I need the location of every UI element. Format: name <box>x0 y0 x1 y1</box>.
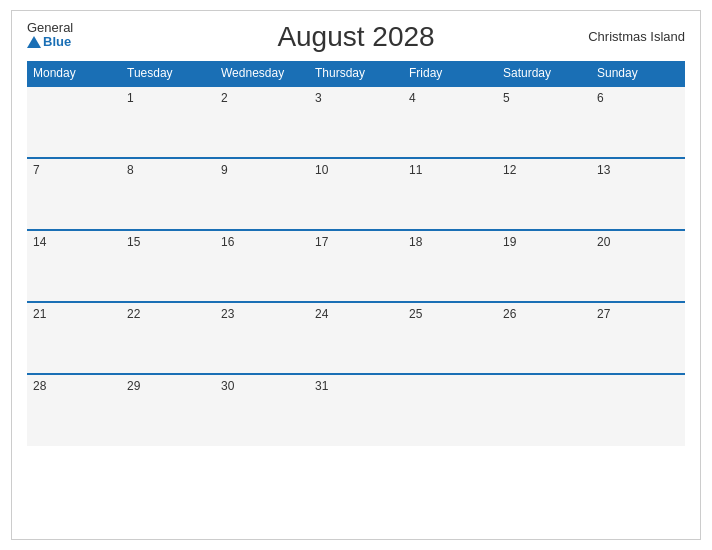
calendar-cell: 23 <box>215 302 309 374</box>
day-number: 4 <box>409 91 416 105</box>
header-monday: Monday <box>27 61 121 86</box>
day-number: 7 <box>33 163 40 177</box>
day-number: 12 <box>503 163 516 177</box>
calendar-cell: 29 <box>121 374 215 446</box>
day-number: 3 <box>315 91 322 105</box>
calendar-week-row: 14151617181920 <box>27 230 685 302</box>
day-number: 20 <box>597 235 610 249</box>
location-label: Christmas Island <box>588 29 685 44</box>
day-number: 6 <box>597 91 604 105</box>
calendar-cell: 13 <box>591 158 685 230</box>
calendar-cell <box>591 374 685 446</box>
calendar-cell: 15 <box>121 230 215 302</box>
calendar-cell: 28 <box>27 374 121 446</box>
header-wednesday: Wednesday <box>215 61 309 86</box>
calendar-week-row: 28293031 <box>27 374 685 446</box>
calendar-cell: 31 <box>309 374 403 446</box>
calendar-grid: Monday Tuesday Wednesday Thursday Friday… <box>27 61 685 446</box>
calendar-cell: 11 <box>403 158 497 230</box>
calendar-header: General Blue August 2028 Christmas Islan… <box>27 21 685 53</box>
day-number: 18 <box>409 235 422 249</box>
day-number: 24 <box>315 307 328 321</box>
calendar-cell: 10 <box>309 158 403 230</box>
logo-blue-text: Blue <box>27 35 73 49</box>
calendar-cell <box>403 374 497 446</box>
day-number: 2 <box>221 91 228 105</box>
calendar-cell: 27 <box>591 302 685 374</box>
calendar-cell: 24 <box>309 302 403 374</box>
calendar-cell: 12 <box>497 158 591 230</box>
day-number: 29 <box>127 379 140 393</box>
day-number: 19 <box>503 235 516 249</box>
day-number: 23 <box>221 307 234 321</box>
day-number: 27 <box>597 307 610 321</box>
calendar-cell: 5 <box>497 86 591 158</box>
calendar-cell: 18 <box>403 230 497 302</box>
day-number: 26 <box>503 307 516 321</box>
header-tuesday: Tuesday <box>121 61 215 86</box>
calendar-cell: 3 <box>309 86 403 158</box>
calendar-cell: 1 <box>121 86 215 158</box>
calendar-cell <box>497 374 591 446</box>
header-saturday: Saturday <box>497 61 591 86</box>
weekday-header-row: Monday Tuesday Wednesday Thursday Friday… <box>27 61 685 86</box>
calendar-cell: 9 <box>215 158 309 230</box>
day-number: 13 <box>597 163 610 177</box>
calendar-cell: 14 <box>27 230 121 302</box>
calendar-cell: 17 <box>309 230 403 302</box>
logo-general-text: General <box>27 21 73 35</box>
day-number: 1 <box>127 91 134 105</box>
header-sunday: Sunday <box>591 61 685 86</box>
day-number: 22 <box>127 307 140 321</box>
calendar-cell <box>27 86 121 158</box>
day-number: 10 <box>315 163 328 177</box>
day-number: 21 <box>33 307 46 321</box>
day-number: 16 <box>221 235 234 249</box>
day-number: 11 <box>409 163 422 177</box>
calendar-cell: 30 <box>215 374 309 446</box>
day-number: 28 <box>33 379 46 393</box>
day-number: 25 <box>409 307 422 321</box>
header-thursday: Thursday <box>309 61 403 86</box>
calendar-cell: 16 <box>215 230 309 302</box>
calendar-cell: 20 <box>591 230 685 302</box>
calendar-cell: 22 <box>121 302 215 374</box>
header-friday: Friday <box>403 61 497 86</box>
day-number: 5 <box>503 91 510 105</box>
day-number: 31 <box>315 379 328 393</box>
calendar-cell: 7 <box>27 158 121 230</box>
calendar-container: General Blue August 2028 Christmas Islan… <box>11 10 701 540</box>
calendar-cell: 21 <box>27 302 121 374</box>
calendar-cell: 6 <box>591 86 685 158</box>
day-number: 17 <box>315 235 328 249</box>
day-number: 30 <box>221 379 234 393</box>
day-number: 8 <box>127 163 134 177</box>
calendar-cell: 4 <box>403 86 497 158</box>
day-number: 15 <box>127 235 140 249</box>
calendar-title: August 2028 <box>277 21 434 53</box>
calendar-cell: 25 <box>403 302 497 374</box>
logo-triangle-icon <box>27 36 41 48</box>
calendar-cell: 19 <box>497 230 591 302</box>
calendar-week-row: 123456 <box>27 86 685 158</box>
calendar-cell: 8 <box>121 158 215 230</box>
calendar-cell: 26 <box>497 302 591 374</box>
calendar-week-row: 78910111213 <box>27 158 685 230</box>
day-number: 14 <box>33 235 46 249</box>
day-number: 9 <box>221 163 228 177</box>
logo: General Blue <box>27 21 73 50</box>
calendar-cell: 2 <box>215 86 309 158</box>
calendar-week-row: 21222324252627 <box>27 302 685 374</box>
